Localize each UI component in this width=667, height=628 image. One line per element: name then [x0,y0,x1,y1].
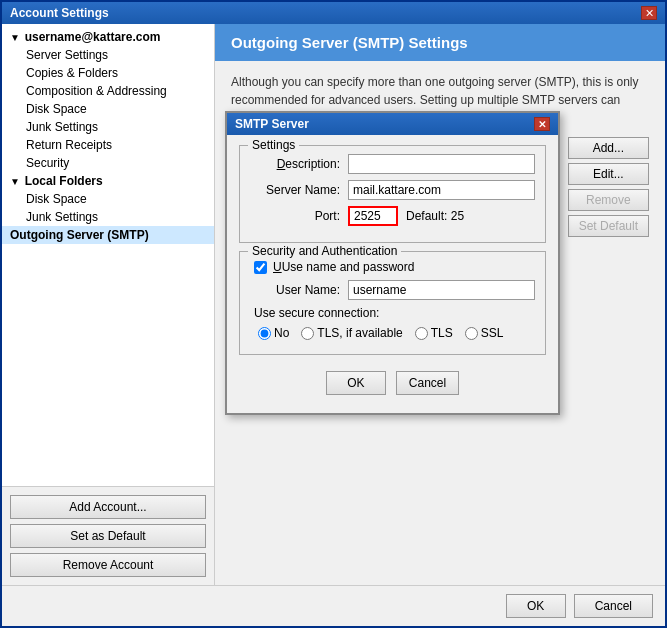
add-account-button[interactable]: Add Account... [10,495,206,519]
add-server-button[interactable]: Add... [568,137,649,159]
port-label: Port: [250,209,340,223]
main-panel-title: Outgoing Server (SMTP) Settings [231,34,649,51]
window-close-button[interactable]: ✕ [641,6,657,20]
main-header: Outgoing Server (SMTP) Settings [215,24,665,61]
sidebar-item-label: Local Folders [25,174,103,188]
server-name-input[interactable] [348,180,535,200]
remove-account-button[interactable]: Remove Account [10,553,206,577]
window-title: Account Settings [10,6,109,20]
smtp-cancel-button[interactable]: Cancel [396,371,459,395]
sidebar-item-junk-settings-local[interactable]: Junk Settings [2,208,214,226]
description-label: Description: [250,157,340,171]
security-group-label: Security and Authentication [248,244,401,258]
sidebar-item-label: Composition & Addressing [26,84,167,98]
sidebar-item-username-account[interactable]: ▼ username@kattare.com [2,28,214,46]
description-input[interactable] [348,154,535,174]
smtp-dialog-title-text: SMTP Server [235,117,309,131]
security-group: Security and Authentication UUse name an… [239,251,546,355]
main-body: Although you can specify more than one o… [215,61,665,585]
server-buttons: Add... Edit... Remove Set Default [568,137,649,237]
settings-group: Settings Description: Server Name: Port: [239,145,546,243]
use-name-password-label: UUse name and password [273,260,414,274]
smtp-ok-button[interactable]: OK [326,371,386,395]
smtp-dialog-title-bar: SMTP Server ✕ [227,113,558,135]
account-actions: Add Account... Set as Default Remove Acc… [2,486,215,585]
radio-tls-available-label: TLS, if available [301,326,402,340]
sidebar: ▼ username@kattare.comServer SettingsCop… [2,24,215,585]
window-ok-button[interactable]: OK [506,594,566,618]
settings-group-label: Settings [248,138,299,152]
smtp-dialog-body: Settings Description: Server Name: Port: [227,135,558,413]
window-cancel-button[interactable]: Cancel [574,594,653,618]
user-name-row: User Name: [250,280,535,300]
content-area: ▼ username@kattare.comServer SettingsCop… [2,24,665,585]
sidebar-item-disk-space[interactable]: Disk Space [2,100,214,118]
sidebar-item-label: Disk Space [26,192,87,206]
use-name-password-row: UUse name and password [250,260,535,274]
edit-server-button[interactable]: Edit... [568,163,649,185]
sidebar-item-security[interactable]: Security [2,154,214,172]
sidebar-item-label: Disk Space [26,102,87,116]
set-default-button[interactable]: Set as Default [10,524,206,548]
radio-no-label: No [258,326,289,340]
main-panel: Outgoing Server (SMTP) Settings Although… [215,24,665,585]
sidebar-item-label: username@kattare.com [25,30,161,44]
user-name-label: User Name: [250,283,340,297]
radio-tls-label: TLS [415,326,453,340]
radio-tls-available[interactable] [301,327,314,340]
secure-connection-label: Use secure connection: [250,306,379,320]
sidebar-item-return-receipts[interactable]: Return Receipts [2,136,214,154]
sidebar-item-label: Junk Settings [26,210,98,224]
radio-tls[interactable] [415,327,428,340]
smtp-dialog-close-button[interactable]: ✕ [534,117,550,131]
tree-arrow-icon: ▼ [10,32,23,43]
sidebar-item-server-settings[interactable]: Server Settings [2,46,214,64]
tree-arrow-icon: ▼ [10,176,23,187]
sidebar-item-local-folders[interactable]: ▼ Local Folders [2,172,214,190]
window-bottom-bar: OK Cancel [2,585,665,626]
port-input[interactable] [348,206,398,226]
title-bar: Account Settings ✕ [2,2,665,24]
sidebar-item-label: Return Receipts [26,138,112,152]
smtp-dialog-buttons: OK Cancel [239,363,546,403]
use-name-password-checkbox[interactable] [254,261,267,274]
description-row: Description: [250,154,535,174]
user-name-input[interactable] [348,280,535,300]
default-label: Default: 25 [406,209,464,223]
sidebar-item-junk-settings[interactable]: Junk Settings [2,118,214,136]
sidebar-item-label: Security [26,156,69,170]
set-default-server-button[interactable]: Set Default [568,215,649,237]
smtp-server-dialog: SMTP Server ✕ Settings Description: [225,111,560,415]
remove-server-button[interactable]: Remove [568,189,649,211]
sidebar-item-label: Server Settings [26,48,108,62]
sidebar-item-composition-addressing[interactable]: Composition & Addressing [2,82,214,100]
radio-no[interactable] [258,327,271,340]
secure-connection-label-row: Use secure connection: [250,306,535,320]
radio-ssl-label: SSL [465,326,504,340]
secure-connection-radios: No TLS, if available TLS [250,326,535,340]
sidebar-item-label: Junk Settings [26,120,98,134]
server-name-label: Server Name: [250,183,340,197]
sidebar-item-label: Copies & Folders [26,66,118,80]
sidebar-item-outgoing-smtp[interactable]: Outgoing Server (SMTP) [2,226,214,244]
sidebar-item-disk-space-local[interactable]: Disk Space [2,190,214,208]
account-settings-window: Account Settings ✕ ▼ username@kattare.co… [0,0,667,628]
radio-ssl[interactable] [465,327,478,340]
server-name-row: Server Name: [250,180,535,200]
sidebar-item-copies-folders[interactable]: Copies & Folders [2,64,214,82]
port-row: Port: Default: 25 [250,206,535,226]
sidebar-item-label: Outgoing Server (SMTP) [10,228,149,242]
